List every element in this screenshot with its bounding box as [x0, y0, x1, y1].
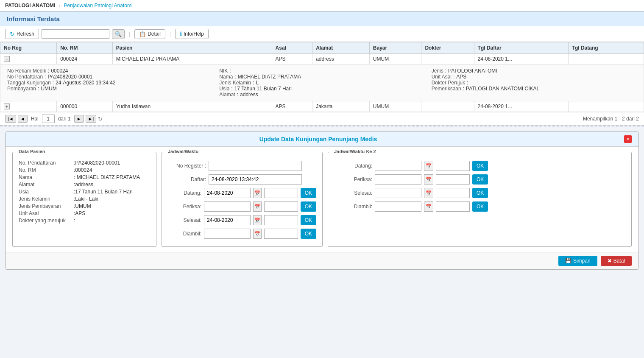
detail-icon: 📋	[139, 31, 146, 37]
periksa-ok-button[interactable]: OK	[301, 201, 316, 212]
cell-dokter	[421, 54, 474, 64]
dari-label: dari 1	[58, 116, 71, 122]
jadwal2-diambil-cal-button[interactable]: 📅	[424, 201, 433, 212]
jadwal-selesai-label: Selesai:	[168, 217, 201, 223]
save-icon: 💾	[565, 258, 572, 264]
collapse-button[interactable]: −	[4, 56, 10, 62]
diambil-date-input[interactable]	[204, 229, 251, 239]
table-row[interactable]: + 000000 Yudha Istiawan APS Jakarta UMUM…	[0, 101, 644, 112]
daftar-input[interactable]	[209, 174, 302, 185]
next-page-button[interactable]: ►	[74, 115, 84, 123]
selesai-date-input[interactable]	[204, 215, 251, 225]
periksa-time-input[interactable]	[264, 201, 298, 212]
jadwal2-selesai-label: Selesai:	[334, 190, 372, 196]
dp-unit-asal: Unit Asal :APS	[19, 210, 150, 216]
jadwal2-periksa-ok-button[interactable]: OK	[472, 174, 488, 185]
jadwal-diambil-label: Diambil:	[168, 231, 201, 237]
jadwal2-periksa-time-input[interactable]	[436, 174, 470, 185]
jadwal2-periksa-row: Periksa: 📅 OK	[334, 174, 625, 185]
expand-button[interactable]: +	[4, 103, 10, 109]
jadwal2-legend: Jadwal/Waktu Ke 2	[332, 149, 378, 154]
search-input[interactable]	[42, 29, 109, 39]
jadwal2-diambil-date-input[interactable]	[375, 201, 421, 212]
cell-pasien: MICHAEL DIATZ PRATAMA	[112, 54, 272, 64]
dp-usia: Usia :17 Tahun 11 Bulan 7 Hari	[19, 189, 150, 195]
jadwal2-datang-cal-button[interactable]: 📅	[424, 161, 433, 171]
modal-close-button[interactable]: ×	[624, 135, 632, 143]
detail-button[interactable]: 📋 Detail	[134, 29, 165, 39]
jadwal2-diambil-time-input[interactable]	[436, 201, 470, 212]
jadwal2-selesai-cal-button[interactable]: 📅	[424, 188, 433, 198]
last-page-button[interactable]: ►|	[86, 115, 97, 123]
datang-ok-button[interactable]: OK	[301, 188, 316, 198]
jadwal2-diambil-ok-button[interactable]: OK	[472, 201, 488, 212]
col-bayar: Bayar	[369, 42, 421, 54]
detail-jenis: Jenis : PATOLOGI ANATOMI	[432, 68, 637, 74]
dp-alamat: Alamat :address,	[19, 182, 150, 187]
pagination-refresh-icon[interactable]: ↻	[98, 116, 103, 122]
refresh-button[interactable]: ↻ Refresh	[5, 29, 39, 39]
jadwal2-datang-time-input[interactable]	[436, 161, 470, 171]
nav-link[interactable]: Penjadwalan Patologi Anatomi	[64, 3, 132, 8]
cell-no-rm: 000024	[57, 54, 113, 64]
cancel-icon: ✖	[608, 258, 612, 264]
datang-time-input[interactable]	[264, 188, 298, 198]
jadwal-daftar-label: Daftar:	[168, 176, 206, 182]
jadwal-selesai-row: Selesai: 📅 OK	[168, 215, 316, 225]
dp-no-rm: No. RM :000024	[19, 167, 150, 173]
cell-bayar: UMUM	[369, 54, 421, 64]
jadwal2-selesai-date-input[interactable]	[375, 188, 421, 198]
dp-jenis-kelamin: Jenis Kelamin :Laki - Laki	[19, 196, 150, 202]
modal: Update Data Kunjungan Penunjang Medis × …	[5, 131, 639, 270]
jadwal2-selesai-ok-button[interactable]: OK	[472, 188, 488, 198]
col-no-reg: No Reg	[0, 42, 57, 54]
infohelp-button[interactable]: ℹ Info/Help	[175, 29, 209, 39]
jadwal2-datang-ok-button[interactable]: OK	[472, 161, 488, 171]
detail-jenis-kelamin: Jenis Kelamin : L	[219, 80, 424, 86]
diambil-cal-button[interactable]: 📅	[253, 229, 262, 239]
periksa-cal-button[interactable]: 📅	[253, 201, 262, 212]
cell-tgl-datang	[568, 54, 644, 64]
modal-title: Update Data Kunjungan Penunjang Medis	[12, 136, 624, 143]
col-dokter: Dokter	[421, 42, 474, 54]
cell-tgl-daftar: 24-08-2020 1...	[474, 54, 568, 64]
selesai-time-input[interactable]	[264, 215, 298, 225]
dp-nama: Nama : MICHAEL DIATZ PRATAMA	[19, 174, 150, 180]
detail-unit-asal: Unit Asal : APS	[432, 74, 637, 80]
datang-date-input[interactable]	[204, 188, 251, 198]
detail-row: No Rekam Medik : 000024 No Pendaftaran :…	[0, 64, 644, 101]
section-header: Informasi Terdata	[0, 11, 644, 26]
jadwal2-selesai-time-input[interactable]	[436, 188, 470, 198]
simpan-button[interactable]: 💾 Simpan	[558, 256, 597, 266]
jadwal2-periksa-cal-button[interactable]: 📅	[424, 174, 433, 185]
detail-tanggal: Tanggal Kunjungan : 24-Agustus-2020 13:3…	[7, 80, 212, 86]
selesai-cal-button[interactable]: 📅	[253, 215, 262, 225]
detail-dokter-perujuk: Dokter Perujuk :	[432, 80, 637, 86]
search-button[interactable]: 🔍	[112, 29, 125, 39]
no-register-input[interactable]	[209, 161, 302, 171]
jadwal-no-register-row: No Register :	[168, 161, 316, 171]
cell-asal: APS	[272, 54, 312, 64]
cell-tgl-datang	[568, 101, 644, 112]
selesai-ok-button[interactable]: OK	[301, 215, 316, 225]
detail-nama: Nama : MICHAEL DIATZ PRATAMA	[219, 74, 424, 80]
jadwal-periksa-label: Periksa:	[168, 204, 201, 210]
datang-cal-button[interactable]: 📅	[253, 188, 262, 198]
page-input[interactable]	[42, 115, 55, 123]
col-tgl-daftar: Tgl Daftar	[474, 42, 568, 54]
jadwal2-periksa-date-input[interactable]	[375, 174, 421, 185]
batal-button[interactable]: ✖ Batal	[601, 256, 632, 266]
cell-pasien: Yudha Istiawan	[112, 101, 272, 112]
prev-page-button[interactable]: ◄	[18, 115, 28, 123]
detail-no-rekam: No Rekam Medik : 000024	[7, 68, 212, 74]
diambil-time-input[interactable]	[264, 229, 298, 239]
jadwal-daftar-row: Daftar:	[168, 174, 316, 185]
diambil-ok-button[interactable]: OK	[301, 229, 316, 239]
dp-dokter-merujuk: Dokter yang merujuk :	[19, 218, 150, 224]
periksa-date-input[interactable]	[204, 201, 251, 212]
jadwal2-datang-date-input[interactable]	[375, 161, 421, 171]
jadwal-no-register-label: No Register :	[168, 163, 206, 169]
table-row[interactable]: − 000024 MICHAEL DIATZ PRATAMA APS addre…	[0, 54, 644, 64]
first-page-button[interactable]: |◄	[5, 115, 16, 123]
cell-tgl-daftar: 24-08-2020 1...	[474, 101, 568, 112]
